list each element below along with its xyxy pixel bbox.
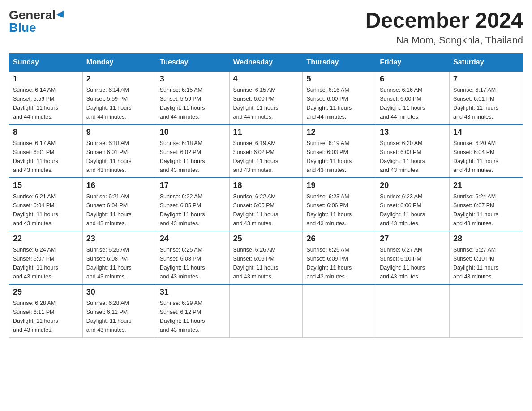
calendar-cell [376, 284, 450, 338]
calendar-cell: 17Sunrise: 6:22 AMSunset: 6:05 PMDayligh… [156, 178, 229, 231]
day-info: Sunrise: 6:15 AMSunset: 6:00 PMDaylight:… [233, 86, 299, 121]
logo-blue-text: Blue [9, 21, 36, 34]
calendar-cell: 10Sunrise: 6:18 AMSunset: 6:02 PMDayligh… [156, 124, 229, 178]
header-friday: Friday [376, 53, 450, 71]
day-number: 17 [160, 181, 226, 190]
day-number: 16 [86, 181, 152, 190]
week-row-1: 1Sunrise: 6:14 AMSunset: 5:59 PMDaylight… [9, 71, 523, 124]
day-info: Sunrise: 6:22 AMSunset: 6:05 PMDaylight:… [233, 192, 299, 228]
day-info: Sunrise: 6:23 AMSunset: 6:06 PMDaylight:… [380, 192, 446, 228]
header-thursday: Thursday [303, 53, 376, 71]
calendar-cell [303, 284, 376, 338]
calendar-cell: 15Sunrise: 6:21 AMSunset: 6:04 PMDayligh… [9, 178, 83, 231]
day-number: 2 [86, 74, 152, 84]
day-number: 26 [306, 234, 372, 244]
day-info: Sunrise: 6:18 AMSunset: 6:02 PMDaylight:… [160, 139, 226, 175]
title-block: December 2024 Na Mom, Songkhla, Thailand [365, 9, 523, 46]
calendar-cell: 14Sunrise: 6:20 AMSunset: 6:04 PMDayligh… [450, 124, 523, 178]
calendar-cell: 16Sunrise: 6:21 AMSunset: 6:04 PMDayligh… [82, 178, 156, 231]
day-info: Sunrise: 6:23 AMSunset: 6:06 PMDaylight:… [306, 192, 372, 228]
header-monday: Monday [82, 53, 156, 71]
calendar-cell: 29Sunrise: 6:28 AMSunset: 6:11 PMDayligh… [9, 284, 83, 338]
day-info: Sunrise: 6:17 AMSunset: 6:01 PMDaylight:… [453, 86, 519, 121]
day-info: Sunrise: 6:26 AMSunset: 6:09 PMDaylight:… [306, 245, 372, 281]
day-number: 10 [160, 128, 226, 137]
calendar-cell: 9Sunrise: 6:18 AMSunset: 6:01 PMDaylight… [82, 124, 156, 178]
day-number: 30 [86, 287, 152, 297]
calendar-cell: 28Sunrise: 6:27 AMSunset: 6:10 PMDayligh… [450, 231, 523, 284]
calendar-cell: 19Sunrise: 6:23 AMSunset: 6:06 PMDayligh… [303, 178, 376, 231]
calendar-cell: 21Sunrise: 6:24 AMSunset: 6:07 PMDayligh… [450, 178, 523, 231]
day-info: Sunrise: 6:25 AMSunset: 6:08 PMDaylight:… [160, 245, 226, 281]
day-info: Sunrise: 6:15 AMSunset: 5:59 PMDaylight:… [160, 86, 226, 121]
day-info: Sunrise: 6:19 AMSunset: 6:03 PMDaylight:… [306, 139, 372, 175]
day-number: 1 [13, 74, 79, 84]
calendar-cell: 3Sunrise: 6:15 AMSunset: 5:59 PMDaylight… [156, 71, 229, 124]
calendar-cell: 1Sunrise: 6:14 AMSunset: 5:59 PMDaylight… [9, 71, 83, 124]
calendar-cell: 23Sunrise: 6:25 AMSunset: 6:08 PMDayligh… [82, 231, 156, 284]
week-row-4: 22Sunrise: 6:24 AMSunset: 6:07 PMDayligh… [9, 231, 523, 284]
day-number: 25 [233, 234, 299, 244]
day-info: Sunrise: 6:14 AMSunset: 5:59 PMDaylight:… [13, 86, 79, 121]
day-info: Sunrise: 6:24 AMSunset: 6:07 PMDaylight:… [453, 192, 519, 228]
calendar-cell: 5Sunrise: 6:16 AMSunset: 6:00 PMDaylight… [303, 71, 376, 124]
day-number: 22 [13, 234, 79, 244]
day-number: 28 [453, 234, 519, 244]
calendar-cell: 26Sunrise: 6:26 AMSunset: 6:09 PMDayligh… [303, 231, 376, 284]
day-number: 4 [233, 74, 299, 84]
logo-general-text: General [9, 9, 56, 21]
day-info: Sunrise: 6:18 AMSunset: 6:01 PMDaylight:… [86, 139, 152, 175]
calendar-cell: 31Sunrise: 6:29 AMSunset: 6:12 PMDayligh… [156, 284, 229, 338]
day-number: 24 [160, 234, 226, 244]
calendar-cell: 30Sunrise: 6:28 AMSunset: 6:11 PMDayligh… [82, 284, 156, 338]
day-info: Sunrise: 6:19 AMSunset: 6:02 PMDaylight:… [233, 139, 299, 175]
day-info: Sunrise: 6:28 AMSunset: 6:11 PMDaylight:… [13, 299, 79, 334]
header-wednesday: Wednesday [229, 53, 303, 71]
day-info: Sunrise: 6:16 AMSunset: 6:00 PMDaylight:… [306, 86, 372, 121]
day-info: Sunrise: 6:21 AMSunset: 6:04 PMDaylight:… [86, 192, 152, 228]
day-number: 12 [306, 128, 372, 137]
calendar-cell: 20Sunrise: 6:23 AMSunset: 6:06 PMDayligh… [376, 178, 450, 231]
week-row-3: 15Sunrise: 6:21 AMSunset: 6:04 PMDayligh… [9, 178, 523, 231]
calendar-cell: 27Sunrise: 6:27 AMSunset: 6:10 PMDayligh… [376, 231, 450, 284]
day-number: 18 [233, 181, 299, 190]
day-info: Sunrise: 6:27 AMSunset: 6:10 PMDaylight:… [380, 245, 446, 281]
day-info: Sunrise: 6:20 AMSunset: 6:04 PMDaylight:… [453, 139, 519, 175]
day-info: Sunrise: 6:27 AMSunset: 6:10 PMDaylight:… [453, 245, 519, 281]
day-number: 31 [160, 287, 226, 297]
day-info: Sunrise: 6:20 AMSunset: 6:03 PMDaylight:… [380, 139, 446, 175]
day-number: 21 [453, 181, 519, 190]
calendar-cell: 13Sunrise: 6:20 AMSunset: 6:03 PMDayligh… [376, 124, 450, 178]
day-number: 23 [86, 234, 152, 244]
logo: General Blue [9, 9, 66, 34]
day-info: Sunrise: 6:17 AMSunset: 6:01 PMDaylight:… [13, 139, 79, 175]
week-row-5: 29Sunrise: 6:28 AMSunset: 6:11 PMDayligh… [9, 284, 523, 338]
calendar-cell: 8Sunrise: 6:17 AMSunset: 6:01 PMDaylight… [9, 124, 83, 178]
calendar-cell: 22Sunrise: 6:24 AMSunset: 6:07 PMDayligh… [9, 231, 83, 284]
day-number: 20 [380, 181, 446, 190]
day-info: Sunrise: 6:22 AMSunset: 6:05 PMDaylight:… [160, 192, 226, 228]
calendar-cell: 11Sunrise: 6:19 AMSunset: 6:02 PMDayligh… [229, 124, 303, 178]
calendar-cell [450, 284, 523, 338]
day-number: 15 [13, 181, 79, 190]
day-info: Sunrise: 6:26 AMSunset: 6:09 PMDaylight:… [233, 245, 299, 281]
logo-arrow-icon [56, 10, 67, 20]
week-row-2: 8Sunrise: 6:17 AMSunset: 6:01 PMDaylight… [9, 124, 523, 178]
calendar-table: SundayMondayTuesdayWednesdayThursdayFrid… [9, 53, 523, 338]
day-number: 7 [453, 74, 519, 84]
day-number: 6 [380, 74, 446, 84]
day-number: 11 [233, 128, 299, 137]
header-sunday: Sunday [9, 53, 83, 71]
day-number: 5 [306, 74, 372, 84]
day-info: Sunrise: 6:29 AMSunset: 6:12 PMDaylight:… [160, 299, 226, 334]
day-number: 29 [13, 287, 79, 297]
day-number: 13 [380, 128, 446, 137]
calendar-cell: 4Sunrise: 6:15 AMSunset: 6:00 PMDaylight… [229, 71, 303, 124]
header-row: SundayMondayTuesdayWednesdayThursdayFrid… [9, 53, 523, 71]
day-number: 14 [453, 128, 519, 137]
calendar-cell: 24Sunrise: 6:25 AMSunset: 6:08 PMDayligh… [156, 231, 229, 284]
calendar-cell: 12Sunrise: 6:19 AMSunset: 6:03 PMDayligh… [303, 124, 376, 178]
location-title: Na Mom, Songkhla, Thailand [365, 34, 523, 46]
day-info: Sunrise: 6:16 AMSunset: 6:00 PMDaylight:… [380, 86, 446, 121]
day-info: Sunrise: 6:25 AMSunset: 6:08 PMDaylight:… [86, 245, 152, 281]
